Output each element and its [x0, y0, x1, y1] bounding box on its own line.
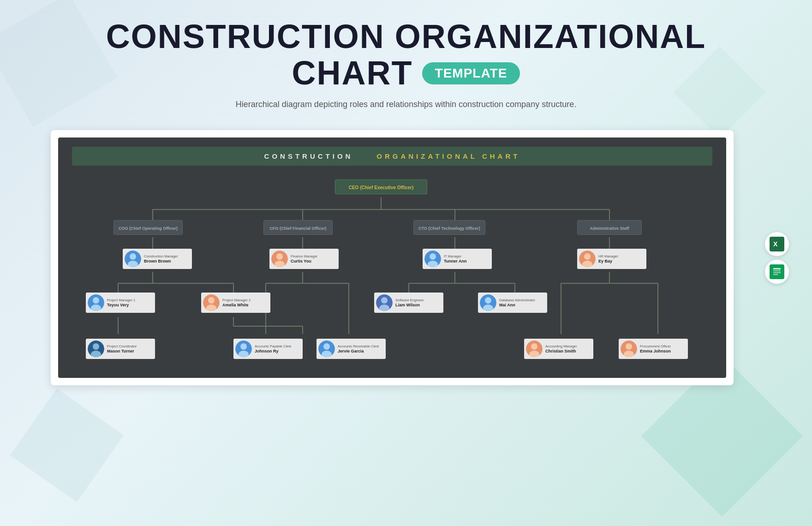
pm2-card: Project Manager 2 Amelia White [201, 293, 270, 313]
hr-manager-role: HR Manager: [598, 254, 643, 258]
svg-rect-75 [773, 272, 781, 273]
software-engineer-card: Software Engineer Liam Wilson [374, 293, 443, 313]
main-title-line1: CONSTRUCTION ORGANIZATIONAL [106, 18, 706, 55]
accounts-receivable-avatar [318, 341, 335, 357]
svg-point-53 [485, 297, 491, 304]
project-coordinator-role: Project Coordinator [107, 344, 151, 348]
ceo-node: CEO (Chief Executive Officer) [335, 179, 427, 194]
accounts-receivable-card: Accounts Receivable Clerk Jervie Garcia [316, 339, 386, 359]
cfo-node: CFO (Chief Financial Officer) [263, 220, 333, 235]
org-chart-canvas: CEO (Chief Executive Officer) COO (Chief… [72, 175, 712, 369]
hr-manager-avatar [579, 251, 596, 267]
svg-rect-74 [773, 270, 781, 271]
software-engineer-avatar [376, 294, 393, 311]
it-manager-avatar [424, 251, 441, 267]
pm2-role: Project Manager 2 [222, 298, 267, 302]
construction-manager-name: Brown Brown [144, 259, 188, 263]
accounts-payable-card: Accounts Payable Clerk Johnson Ry [233, 339, 303, 359]
sheets-icon [770, 264, 784, 279]
finance-manager-avatar [271, 251, 288, 267]
software-engineer-name: Liam Wilson [395, 303, 440, 307]
svg-point-65 [531, 343, 537, 350]
chart-header: CONSTRUCTION ORGANIZATIONAL CHART [72, 147, 712, 166]
construction-manager-card: Construction Manager Brown Brown [123, 249, 192, 269]
accounts-payable-avatar [235, 341, 252, 357]
accounting-manager-name: Christian Smith [545, 349, 590, 353]
coo-node: COO (Chief Operating Officer) [113, 220, 183, 235]
admin-node: Administrative Staff [577, 220, 642, 235]
accounts-receivable-role: Accounts Receivable Clerk [338, 344, 382, 348]
accounts-receivable-name: Jervie Garcia [338, 349, 382, 353]
accounting-manager-card: Accounting Manager Christian Smith [524, 339, 593, 359]
hr-manager-card: HR Manager: Ey Bay [577, 249, 646, 269]
title-area: CONSTRUCTION ORGANIZATIONAL CHART TEMPLA… [106, 18, 706, 121]
pm1-role: Project Manager 1 [107, 298, 151, 302]
pm2-avatar [203, 294, 220, 311]
svg-point-41 [584, 253, 591, 260]
db-admin-role: Database Administrator [499, 298, 543, 302]
subtitle: Hierarchical diagram depicting roles and… [106, 100, 706, 109]
svg-point-50 [381, 297, 388, 304]
svg-point-47 [208, 297, 215, 304]
project-coordinator-name: Mason Turner [107, 349, 151, 353]
main-title-line2: CHART [292, 55, 413, 91]
excel-icon-wrapper[interactable]: X [765, 232, 789, 256]
app-icons-panel: X [765, 232, 789, 284]
chart-header-yellow: ORGANIZATIONAL CHART [376, 152, 520, 160]
accounting-manager-avatar [526, 341, 543, 357]
db-admin-card: Database Administrator Mai Ann [478, 293, 547, 313]
svg-point-56 [93, 343, 99, 350]
ceo-title: CEO (Chief Executive Officer) [349, 185, 414, 190]
it-manager-card: IT Manager Tunner Ann [423, 249, 492, 269]
construction-manager-role: Construction Manager [144, 254, 188, 258]
svg-rect-76 [773, 274, 778, 275]
db-admin-avatar [480, 294, 496, 311]
hr-manager-name: Ey Bay [598, 259, 643, 263]
svg-text:X: X [773, 240, 778, 248]
svg-point-68 [626, 343, 632, 350]
construction-manager-avatar [125, 251, 141, 267]
sheets-icon-wrapper[interactable] [765, 260, 789, 284]
software-engineer-role: Software Engineer [395, 298, 440, 302]
accounts-payable-name: Johnson Ry [255, 349, 299, 353]
db-admin-name: Mai Ann [499, 303, 543, 307]
procurement-officer-avatar [621, 341, 637, 357]
procurement-officer-card: Procurement Officer Emma Johnson [619, 339, 688, 359]
cto-node: CTO (Chief Technology Officer) [413, 220, 485, 235]
svg-point-38 [430, 253, 436, 260]
svg-point-62 [323, 343, 330, 350]
finance-manager-card: Finance Manager Curtis You [269, 249, 339, 269]
chart-container: CONSTRUCTION ORGANIZATIONAL CHART [51, 130, 734, 385]
chart-inner: CONSTRUCTION ORGANIZATIONAL CHART [58, 137, 726, 378]
svg-point-59 [240, 343, 247, 350]
chart-header-white: CONSTRUCTION [264, 152, 353, 160]
excel-icon: X [770, 237, 784, 251]
svg-point-44 [93, 297, 99, 304]
project-coordinator-avatar [88, 341, 104, 357]
pm2-name: Amelia White [222, 303, 267, 307]
svg-point-35 [276, 253, 283, 260]
bg-decoration-bl [0, 378, 134, 512]
template-badge: TEMPLATE [422, 62, 520, 84]
procurement-officer-role: Procurement Officer [640, 344, 684, 348]
project-coordinator-card: Project Coordinator Mason Turner [86, 339, 155, 359]
finance-manager-name: Curtis You [291, 259, 335, 263]
accounts-payable-role: Accounts Payable Clerk [255, 344, 299, 348]
admin-title: Administrative Staff [590, 226, 629, 231]
svg-rect-73 [773, 268, 781, 269]
connectors-svg [72, 175, 712, 369]
it-manager-name: Tunner Ann [444, 259, 488, 263]
cfo-title: CFO (Chief Financial Officer) [269, 226, 326, 231]
pm1-avatar [88, 294, 104, 311]
coo-title: COO (Chief Operating Officer) [119, 226, 178, 231]
svg-point-32 [130, 253, 136, 260]
it-manager-role: IT Manager [444, 254, 488, 258]
procurement-officer-name: Emma Johnson [640, 349, 684, 353]
pm1-name: Teyou Very [107, 303, 151, 307]
pm1-card: Project Manager 1 Teyou Very [86, 293, 155, 313]
cto-title: CTO (Chief Technology Officer) [418, 226, 480, 231]
finance-manager-role: Finance Manager [291, 254, 335, 258]
accounting-manager-role: Accounting Manager [545, 344, 590, 348]
